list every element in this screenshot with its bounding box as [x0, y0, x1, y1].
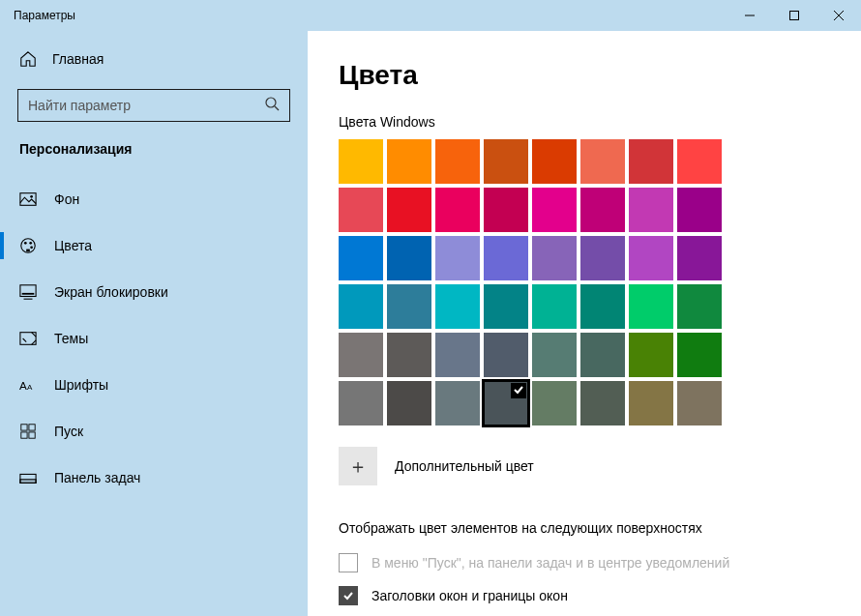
color-swatch[interactable]: [629, 284, 673, 329]
search-placeholder: Найти параметр: [28, 98, 264, 113]
sidebar-item-1[interactable]: Цвета: [0, 222, 308, 269]
nav-label: Пуск: [54, 424, 83, 439]
sidebar-item-6[interactable]: Панель задач: [0, 455, 308, 501]
color-swatch[interactable]: [580, 333, 625, 377]
color-grid: [339, 139, 861, 425]
svg-text:A: A: [27, 383, 33, 392]
search-icon: [264, 96, 280, 115]
color-swatch[interactable]: [580, 139, 625, 184]
maximize-button[interactable]: [772, 0, 816, 31]
color-swatch[interactable]: [580, 381, 625, 425]
color-swatch[interactable]: [677, 381, 722, 425]
checkbox-start-taskbar: [339, 553, 358, 572]
close-button[interactable]: [816, 0, 861, 31]
color-swatch[interactable]: [339, 139, 383, 184]
svg-rect-1: [790, 12, 799, 20]
color-swatch[interactable]: [435, 284, 480, 329]
sidebar-item-5[interactable]: Пуск: [0, 408, 308, 455]
nav-icon: AA: [19, 376, 37, 394]
sidebar-nav: ФонЦветаЭкран блокировкиТемыAAШрифтыПуск…: [0, 176, 308, 501]
svg-rect-13: [20, 285, 36, 297]
svg-rect-22: [29, 432, 35, 438]
color-swatch[interactable]: [484, 236, 528, 280]
color-swatch[interactable]: [677, 284, 722, 329]
color-swatch[interactable]: [339, 188, 383, 232]
color-swatch[interactable]: [387, 236, 431, 280]
svg-rect-20: [29, 425, 35, 430]
color-swatch[interactable]: [580, 188, 625, 232]
color-swatch[interactable]: [580, 236, 625, 280]
color-swatch[interactable]: [532, 333, 577, 377]
svg-rect-19: [21, 425, 27, 430]
svg-point-9: [24, 242, 27, 245]
nav-label: Панель задач: [54, 470, 140, 485]
color-swatch[interactable]: [387, 139, 431, 184]
color-swatch[interactable]: [435, 236, 480, 280]
svg-point-11: [30, 246, 33, 249]
titlebar: Параметры: [0, 0, 861, 31]
search-input[interactable]: Найти параметр: [17, 89, 290, 122]
color-swatch[interactable]: [387, 284, 431, 329]
color-swatch[interactable]: [435, 381, 480, 425]
color-swatch[interactable]: [629, 236, 673, 280]
color-swatch[interactable]: [677, 188, 722, 232]
sidebar-item-3[interactable]: Темы: [0, 315, 308, 362]
plus-icon: ＋: [339, 447, 377, 485]
sidebar-item-4[interactable]: AAШрифты: [0, 362, 308, 408]
home-label: Главная: [52, 51, 104, 67]
color-swatch[interactable]: [339, 333, 383, 377]
minimize-button[interactable]: [727, 0, 772, 31]
svg-text:A: A: [19, 379, 27, 392]
color-swatch[interactable]: [484, 284, 528, 329]
color-swatch[interactable]: [339, 236, 383, 280]
nav-icon: [19, 469, 37, 486]
color-swatch[interactable]: [677, 236, 722, 280]
sidebar-item-2[interactable]: Экран блокировки: [0, 269, 308, 315]
palette-label: Цвета Windows: [339, 114, 861, 130]
window-title: Параметры: [0, 9, 727, 22]
color-swatch[interactable]: [532, 381, 577, 425]
color-swatch[interactable]: [484, 333, 528, 377]
color-swatch[interactable]: [629, 139, 673, 184]
color-swatch[interactable]: [435, 139, 480, 184]
color-swatch[interactable]: [532, 139, 577, 184]
color-swatch[interactable]: [629, 188, 673, 232]
color-swatch[interactable]: [435, 188, 480, 232]
nav-label: Экран блокировки: [54, 284, 168, 300]
color-swatch[interactable]: [339, 284, 383, 329]
color-swatch[interactable]: [629, 381, 673, 425]
svg-point-7: [30, 195, 33, 198]
color-swatch[interactable]: [532, 236, 577, 280]
color-swatch[interactable]: [387, 188, 431, 232]
color-swatch[interactable]: [677, 333, 722, 377]
svg-line-5: [275, 106, 279, 110]
checkbox-title-bars[interactable]: [339, 586, 358, 605]
color-swatch[interactable]: [580, 284, 625, 329]
color-swatch[interactable]: [387, 333, 431, 377]
color-swatch[interactable]: [532, 188, 577, 232]
sidebar-item-0[interactable]: Фон: [0, 176, 308, 222]
home-link[interactable]: Главная: [17, 39, 290, 79]
custom-color-label: Дополнительный цвет: [395, 458, 534, 474]
color-swatch[interactable]: [435, 333, 480, 377]
color-swatch[interactable]: [484, 188, 528, 232]
nav-icon: [19, 423, 37, 440]
home-icon: [19, 50, 37, 68]
color-swatch[interactable]: [484, 139, 528, 184]
nav-label: Фон: [54, 191, 79, 207]
color-swatch[interactable]: [677, 139, 722, 184]
sidebar: Главная Найти параметр Персонализация Фо…: [0, 31, 308, 616]
color-swatch[interactable]: [629, 333, 673, 377]
option-start-taskbar: В меню "Пуск", на панели задач и в центр…: [339, 553, 861, 572]
nav-label: Цвета: [54, 238, 92, 253]
color-swatch[interactable]: [387, 381, 431, 425]
nav-icon: [19, 330, 37, 347]
color-swatch[interactable]: [339, 381, 383, 425]
option-title-bars[interactable]: Заголовки окон и границы окон: [339, 586, 861, 605]
color-swatch[interactable]: [532, 284, 577, 329]
svg-rect-24: [20, 480, 36, 484]
nav-icon: [19, 237, 37, 254]
color-swatch[interactable]: [484, 381, 528, 425]
custom-color-row[interactable]: ＋ Дополнительный цвет: [339, 447, 861, 485]
nav-icon: [19, 191, 37, 208]
